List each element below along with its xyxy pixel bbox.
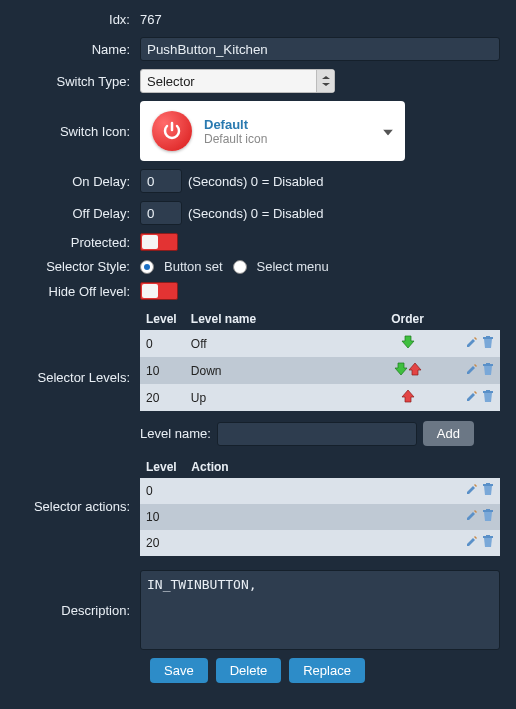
table-row: 20Up [140, 384, 500, 411]
name-input[interactable] [140, 37, 500, 61]
level-name-input[interactable] [217, 422, 417, 446]
levels-table: Level Level name Order 0Off10Down20Up [140, 308, 500, 411]
trash-icon[interactable] [480, 390, 494, 404]
icon-title: Default [204, 117, 267, 132]
level-cell: 20 [140, 384, 185, 411]
row-actions [441, 357, 500, 384]
table-row: 0Off [140, 330, 500, 357]
label-selector-style: Selector Style: [10, 259, 140, 274]
select-dropdown-icon [316, 70, 334, 92]
radio-select-menu[interactable] [233, 260, 247, 274]
radio-button-set[interactable] [140, 260, 154, 274]
label-protected: Protected: [10, 235, 140, 250]
power-icon [152, 111, 192, 151]
edit-icon[interactable] [464, 390, 478, 404]
delete-button[interactable]: Delete [216, 658, 282, 683]
hide-off-toggle[interactable] [140, 282, 178, 300]
label-description: Description: [10, 603, 140, 618]
label-name: Name: [10, 42, 140, 57]
edit-icon[interactable] [464, 509, 478, 523]
actions-table: Level Action 01020 [140, 456, 500, 556]
replace-button[interactable]: Replace [289, 658, 365, 683]
row-name: Name: [10, 37, 506, 61]
row-actions [440, 478, 500, 504]
level-cell: 10 [140, 504, 185, 530]
edit-icon[interactable] [464, 363, 478, 377]
trash-icon[interactable] [480, 535, 494, 549]
edit-icon[interactable] [464, 336, 478, 350]
order-cell [374, 330, 441, 357]
row-protected: Protected: [10, 233, 506, 251]
on-delay-hint: (Seconds) 0 = Disabled [188, 174, 324, 189]
description-textarea[interactable] [140, 570, 500, 650]
row-idx: Idx: 767 [10, 10, 506, 29]
row-actions [440, 530, 500, 556]
form-actions: Save Delete Replace [150, 658, 506, 683]
actions-th-action: Action [185, 456, 440, 478]
level-add-row: Level name: Add [140, 421, 506, 446]
levels-th-name: Level name [185, 308, 374, 330]
level-cell: 20 [140, 530, 185, 556]
value-idx: 767 [140, 10, 162, 29]
svg-rect-5 [486, 390, 490, 392]
label-switch-icon: Switch Icon: [10, 124, 140, 139]
label-hide-off: Hide Off level: [10, 284, 140, 299]
label-selector-levels: Selector Levels: [10, 370, 140, 385]
svg-rect-3 [486, 363, 490, 365]
row-selector-actions: Selector actions: Level Action 01020 [10, 456, 506, 556]
row-description: Description: [10, 570, 506, 650]
on-delay-input[interactable] [140, 169, 182, 193]
arrow-up-icon[interactable] [401, 389, 415, 403]
label-level-name: Level name: [140, 426, 211, 441]
order-cell [374, 384, 441, 411]
row-off-delay: Off Delay: (Seconds) 0 = Disabled [10, 201, 506, 225]
row-on-delay: On Delay: (Seconds) 0 = Disabled [10, 169, 506, 193]
level-name-cell: Up [185, 384, 374, 411]
edit-icon[interactable] [464, 535, 478, 549]
svg-rect-9 [486, 509, 490, 511]
table-row: 10Down [140, 357, 500, 384]
arrow-down-icon[interactable] [394, 362, 408, 376]
row-actions [441, 384, 500, 411]
trash-icon[interactable] [480, 509, 494, 523]
off-delay-hint: (Seconds) 0 = Disabled [188, 206, 324, 221]
row-selector-style: Selector Style: Button set Select menu [10, 259, 506, 274]
switch-icon-picker[interactable]: Default Default icon [140, 101, 405, 161]
level-name-cell: Down [185, 357, 374, 384]
levels-th-order: Order [374, 308, 441, 330]
save-button[interactable]: Save [150, 658, 208, 683]
action-cell [185, 504, 440, 530]
edit-icon[interactable] [464, 483, 478, 497]
label-on-delay: On Delay: [10, 174, 140, 189]
add-button[interactable]: Add [423, 421, 474, 446]
table-row: 10 [140, 504, 500, 530]
protected-toggle[interactable] [140, 233, 178, 251]
trash-icon[interactable] [480, 336, 494, 350]
svg-rect-11 [486, 535, 490, 537]
row-actions [441, 330, 500, 357]
row-selector-levels: Selector Levels: Level Level name Order … [10, 308, 506, 446]
order-cell [374, 357, 441, 384]
switch-type-select[interactable]: Selector [140, 69, 335, 93]
action-cell [185, 478, 440, 504]
level-cell: 10 [140, 357, 185, 384]
trash-icon[interactable] [480, 483, 494, 497]
label-off-delay: Off Delay: [10, 206, 140, 221]
svg-rect-7 [486, 483, 490, 485]
row-hide-off: Hide Off level: [10, 282, 506, 300]
arrow-up-icon[interactable] [408, 362, 422, 376]
table-row: 0 [140, 478, 500, 504]
chevron-down-icon [383, 124, 393, 139]
label-selector-actions: Selector actions: [10, 499, 140, 514]
off-delay-input[interactable] [140, 201, 182, 225]
svg-rect-1 [486, 336, 490, 338]
action-cell [185, 530, 440, 556]
row-switch-icon: Switch Icon: Default Default icon [10, 101, 506, 161]
levels-th-level: Level [140, 308, 185, 330]
trash-icon[interactable] [480, 363, 494, 377]
label-idx: Idx: [10, 12, 140, 27]
row-actions [440, 504, 500, 530]
level-cell: 0 [140, 478, 185, 504]
level-cell: 0 [140, 330, 185, 357]
arrow-down-icon[interactable] [401, 335, 415, 349]
